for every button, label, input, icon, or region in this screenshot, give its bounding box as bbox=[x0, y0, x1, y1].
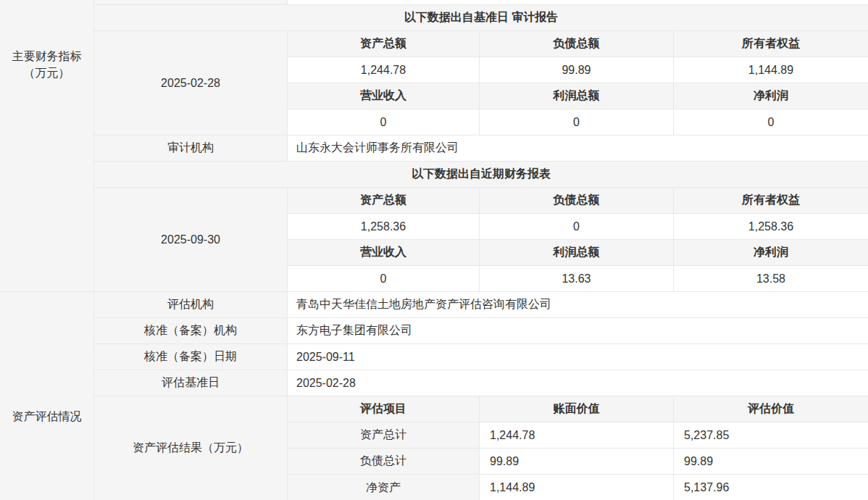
category-financial-line1: 主要财务指标 bbox=[0, 48, 93, 64]
metric-header-cell: 资产总额 bbox=[288, 31, 480, 57]
recent-date-block: 2025-09-30 资产总额 负债总额 所有者权益 1,258.36 0 1,… bbox=[94, 188, 868, 292]
evaluation-result-table: 评估项目 账面价值 评估价值 资产总计 1,244.78 5,237.85 负债… bbox=[288, 396, 868, 500]
base-date-cell: 2025-02-28 bbox=[94, 31, 288, 135]
metric-header-cell: 利润总额 bbox=[480, 83, 674, 109]
metric-value-cell: 99.89 bbox=[480, 57, 674, 83]
approval-agency-row: 核准（备案）机构 东方电子集团有限公司 bbox=[94, 318, 868, 344]
metric-value-cell: 0 bbox=[288, 109, 480, 136]
eval-value-cell: 5,137.96 bbox=[674, 475, 868, 500]
metric-value-cell: 1,244.78 bbox=[288, 57, 480, 83]
metric-header-cell: 所有者权益 bbox=[674, 188, 868, 213]
clipped-label-cell bbox=[94, 0, 288, 4]
metric-header-cell: 净利润 bbox=[674, 83, 868, 109]
audit-agency-row: 审计机构 山东永大会计师事务所有限公司 bbox=[94, 136, 868, 162]
row-value-cell: 2025-09-11 bbox=[288, 344, 868, 370]
metric-header-row: 营业收入 利润总额 净利润 bbox=[288, 240, 868, 266]
row-label-cell: 核准（备案）机构 bbox=[94, 318, 288, 343]
row-label-cell: 评估基准日 bbox=[94, 370, 288, 396]
row-value-cell: 2025-02-28 bbox=[288, 370, 868, 396]
metric-value-cell: 1,258.36 bbox=[288, 214, 480, 239]
evaluation-item-cell: 资产总计 bbox=[288, 422, 480, 448]
metric-header-cell: 负债总额 bbox=[480, 31, 674, 57]
band-audit-report: 以下数据出自基准日 审计报告 bbox=[94, 5, 868, 31]
metric-header-cell: 营业收入 bbox=[288, 83, 480, 109]
metric-value-cell: 13.63 bbox=[480, 266, 674, 292]
evaluation-data-row: 净资产 1,144.89 5,137.96 bbox=[288, 475, 868, 500]
metric-value-cell: 13.58 bbox=[674, 266, 868, 292]
financial-disclosure-table: 主要财务指标 （万元） 资产评估情况 以下数据出自基准日 审计报告 2025-0… bbox=[0, 0, 868, 500]
evaluation-header-cell: 评估价值 bbox=[674, 396, 868, 422]
metric-header-cell: 负债总额 bbox=[480, 188, 674, 213]
evaluation-result-block: 资产评估结果（万元） 评估项目 账面价值 评估价值 资产总计 1,244.78 … bbox=[94, 396, 868, 500]
clipped-top-row bbox=[94, 0, 868, 5]
row-value-cell: 东方电子集团有限公司 bbox=[288, 318, 868, 343]
metric-value-row: 1,244.78 99.89 1,144.89 bbox=[288, 57, 868, 83]
metric-value-cell: 0 bbox=[288, 266, 480, 292]
metric-value-cell: 1,258.36 bbox=[674, 214, 868, 239]
band-recent-statements: 以下数据出自近期财务报表 bbox=[94, 162, 868, 188]
clipped-value-cell bbox=[288, 0, 868, 4]
metric-header-row: 资产总额 负债总额 所有者权益 bbox=[288, 31, 868, 57]
row-label-cell: 核准（备案）日期 bbox=[94, 344, 288, 370]
table-body: 以下数据出自基准日 审计报告 2025-02-28 资产总额 负债总额 所有者权… bbox=[94, 0, 868, 500]
metric-header-cell: 资产总额 bbox=[288, 188, 480, 213]
metric-header-cell: 净利润 bbox=[674, 240, 868, 265]
metric-value-cell: 0 bbox=[674, 109, 868, 136]
category-financial-line2: （万元） bbox=[0, 64, 93, 81]
category-column: 主要财务指标 （万元） 资产评估情况 bbox=[0, 0, 94, 500]
metric-value-row: 0 13.63 13.58 bbox=[288, 266, 868, 292]
evaluation-header-cell: 账面价值 bbox=[480, 396, 674, 422]
metric-value-cell: 0 bbox=[480, 214, 674, 239]
eval-value-cell: 99.89 bbox=[674, 449, 868, 474]
book-value-cell: 99.89 bbox=[480, 449, 674, 474]
book-value-cell: 1,144.89 bbox=[480, 475, 674, 500]
evaluation-item-cell: 负债总计 bbox=[288, 449, 480, 474]
evaluation-result-label-cell: 资产评估结果（万元） bbox=[94, 396, 288, 500]
metric-value-cell: 0 bbox=[480, 109, 674, 136]
book-value-cell: 1,244.78 bbox=[480, 422, 674, 448]
metric-value-row: 1,258.36 0 1,258.36 bbox=[288, 214, 868, 240]
row-label-cell: 审计机构 bbox=[94, 136, 288, 161]
eval-value-cell: 5,237.85 bbox=[674, 422, 868, 448]
evaluation-data-row: 资产总计 1,244.78 5,237.85 bbox=[288, 422, 868, 449]
row-value-cell: 青岛中天华佳信土地房地产资产评估咨询有限公司 bbox=[288, 292, 868, 317]
metric-header-cell: 利润总额 bbox=[480, 240, 674, 265]
evaluation-agency-row: 评估机构 青岛中天华佳信土地房地产资产评估咨询有限公司 bbox=[94, 292, 868, 318]
evaluation-data-row: 负债总计 99.89 99.89 bbox=[288, 449, 868, 475]
audit-metrics-table: 资产总额 负债总额 所有者权益 1,244.78 99.89 1,144.89 … bbox=[288, 31, 868, 135]
category-financial-indicators: 主要财务指标 （万元） bbox=[0, 0, 93, 292]
audit-date-block: 2025-02-28 资产总额 负债总额 所有者权益 1,244.78 99.8… bbox=[94, 31, 868, 136]
approval-date-row: 核准（备案）日期 2025-09-11 bbox=[94, 344, 868, 370]
recent-metrics-table: 资产总额 负债总额 所有者权益 1,258.36 0 1,258.36 营业收入… bbox=[288, 188, 868, 291]
evaluation-base-date-row: 评估基准日 2025-02-28 bbox=[94, 370, 868, 396]
row-label-cell: 评估机构 bbox=[94, 292, 288, 317]
evaluation-item-cell: 净资产 bbox=[288, 475, 480, 500]
evaluation-header-row: 评估项目 账面价值 评估价值 bbox=[288, 396, 868, 422]
evaluation-header-cell: 评估项目 bbox=[288, 396, 480, 422]
metric-value-row: 0 0 0 bbox=[288, 109, 868, 136]
metric-header-row: 营业收入 利润总额 净利润 bbox=[288, 83, 868, 109]
metric-header-cell: 营业收入 bbox=[288, 240, 480, 265]
row-value-cell: 山东永大会计师事务所有限公司 bbox=[288, 136, 868, 161]
metric-header-row: 资产总额 负债总额 所有者权益 bbox=[288, 188, 868, 214]
metric-header-cell: 所有者权益 bbox=[674, 31, 868, 57]
category-asset-evaluation: 资产评估情况 bbox=[0, 292, 93, 500]
recent-date-cell: 2025-09-30 bbox=[94, 188, 288, 291]
metric-value-cell: 1,144.89 bbox=[674, 57, 868, 83]
category-evaluation-label: 资产评估情况 bbox=[0, 408, 93, 425]
